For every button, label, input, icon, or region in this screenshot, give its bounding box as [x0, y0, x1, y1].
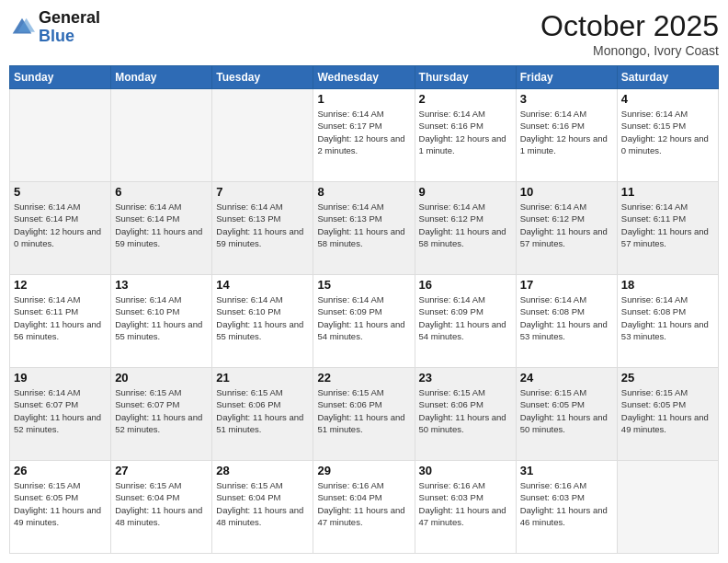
- calendar-cell: 25Sunrise: 6:15 AM Sunset: 6:05 PM Dayli…: [617, 368, 718, 461]
- calendar-cell: 23Sunrise: 6:15 AM Sunset: 6:06 PM Dayli…: [415, 368, 516, 461]
- day-number: 5: [14, 185, 107, 199]
- day-info: Sunrise: 6:15 AM Sunset: 6:07 PM Dayligh…: [115, 386, 208, 435]
- calendar-cell: [111, 89, 212, 182]
- calendar-cell: 1Sunrise: 6:14 AM Sunset: 6:17 PM Daylig…: [313, 89, 415, 182]
- calendar-cell: 11Sunrise: 6:14 AM Sunset: 6:11 PM Dayli…: [617, 182, 718, 275]
- calendar-cell: 13Sunrise: 6:14 AM Sunset: 6:10 PM Dayli…: [111, 275, 212, 368]
- calendar-cell: 28Sunrise: 6:15 AM Sunset: 6:04 PM Dayli…: [212, 461, 313, 554]
- calendar-header-thursday: Thursday: [415, 66, 516, 89]
- location-title: Monongo, Ivory Coast: [540, 43, 719, 58]
- logo-line2: Blue: [39, 28, 100, 46]
- calendar-header-wednesday: Wednesday: [313, 66, 415, 89]
- logo: General Blue: [9, 9, 100, 46]
- calendar-cell: 6Sunrise: 6:14 AM Sunset: 6:14 PM Daylig…: [111, 182, 212, 275]
- day-number: 2: [419, 92, 512, 106]
- day-info: Sunrise: 6:14 AM Sunset: 6:11 PM Dayligh…: [14, 293, 107, 342]
- calendar-week-3: 12Sunrise: 6:14 AM Sunset: 6:11 PM Dayli…: [10, 275, 719, 368]
- header: General Blue October 2025 Monongo, Ivory…: [9, 9, 719, 58]
- day-info: Sunrise: 6:14 AM Sunset: 6:14 PM Dayligh…: [14, 201, 107, 249]
- calendar-cell: 14Sunrise: 6:14 AM Sunset: 6:10 PM Dayli…: [212, 275, 313, 368]
- day-info: Sunrise: 6:14 AM Sunset: 6:17 PM Dayligh…: [317, 108, 410, 156]
- day-info: Sunrise: 6:14 AM Sunset: 6:14 PM Dayligh…: [115, 201, 208, 249]
- day-info: Sunrise: 6:14 AM Sunset: 6:10 PM Dayligh…: [115, 293, 208, 342]
- day-number: 22: [317, 371, 410, 385]
- logo-line1: General: [39, 9, 100, 28]
- calendar-week-4: 19Sunrise: 6:14 AM Sunset: 6:07 PM Dayli…: [10, 368, 719, 461]
- day-number: 29: [317, 464, 410, 477]
- day-info: Sunrise: 6:15 AM Sunset: 6:05 PM Dayligh…: [520, 386, 613, 435]
- day-number: 8: [317, 185, 410, 199]
- calendar-week-1: 1Sunrise: 6:14 AM Sunset: 6:17 PM Daylig…: [10, 89, 719, 182]
- day-info: Sunrise: 6:14 AM Sunset: 6:16 PM Dayligh…: [520, 108, 613, 156]
- day-number: 20: [115, 371, 208, 385]
- day-number: 23: [419, 371, 512, 385]
- calendar-week-2: 5Sunrise: 6:14 AM Sunset: 6:14 PM Daylig…: [10, 182, 719, 275]
- day-number: 14: [216, 278, 309, 292]
- day-info: Sunrise: 6:15 AM Sunset: 6:04 PM Dayligh…: [216, 479, 309, 528]
- calendar-cell: 3Sunrise: 6:14 AM Sunset: 6:16 PM Daylig…: [516, 89, 617, 182]
- day-number: 9: [419, 185, 512, 199]
- day-info: Sunrise: 6:16 AM Sunset: 6:03 PM Dayligh…: [520, 479, 613, 528]
- day-info: Sunrise: 6:15 AM Sunset: 6:06 PM Dayligh…: [419, 386, 512, 435]
- calendar-cell: 16Sunrise: 6:14 AM Sunset: 6:09 PM Dayli…: [415, 275, 516, 368]
- day-number: 17: [520, 278, 613, 292]
- day-info: Sunrise: 6:15 AM Sunset: 6:05 PM Dayligh…: [621, 386, 714, 435]
- calendar-header-tuesday: Tuesday: [212, 66, 313, 89]
- day-number: 4: [621, 92, 714, 106]
- calendar-cell: 30Sunrise: 6:16 AM Sunset: 6:03 PM Dayli…: [415, 461, 516, 554]
- day-info: Sunrise: 6:14 AM Sunset: 6:10 PM Dayligh…: [216, 293, 309, 342]
- day-number: 24: [520, 371, 613, 385]
- calendar-cell: 5Sunrise: 6:14 AM Sunset: 6:14 PM Daylig…: [10, 182, 111, 275]
- calendar-cell: 18Sunrise: 6:14 AM Sunset: 6:08 PM Dayli…: [617, 275, 718, 368]
- calendar-header-row: SundayMondayTuesdayWednesdayThursdayFrid…: [10, 66, 719, 89]
- day-info: Sunrise: 6:14 AM Sunset: 6:12 PM Dayligh…: [520, 201, 613, 249]
- calendar-header-saturday: Saturday: [617, 66, 718, 89]
- day-info: Sunrise: 6:14 AM Sunset: 6:11 PM Dayligh…: [621, 201, 714, 249]
- calendar-cell: [212, 89, 313, 182]
- logo-text: General Blue: [39, 9, 100, 46]
- calendar-week-5: 26Sunrise: 6:15 AM Sunset: 6:05 PM Dayli…: [10, 461, 719, 554]
- calendar-cell: 21Sunrise: 6:15 AM Sunset: 6:06 PM Dayli…: [212, 368, 313, 461]
- calendar-cell: 24Sunrise: 6:15 AM Sunset: 6:05 PM Dayli…: [516, 368, 617, 461]
- day-number: 7: [216, 185, 309, 199]
- day-number: 31: [520, 464, 613, 477]
- day-number: 12: [14, 278, 107, 292]
- day-info: Sunrise: 6:14 AM Sunset: 6:08 PM Dayligh…: [520, 293, 613, 342]
- day-info: Sunrise: 6:15 AM Sunset: 6:05 PM Dayligh…: [14, 479, 107, 528]
- day-info: Sunrise: 6:16 AM Sunset: 6:04 PM Dayligh…: [317, 479, 410, 528]
- day-number: 27: [115, 464, 208, 477]
- calendar-header-friday: Friday: [516, 66, 617, 89]
- calendar-cell: 15Sunrise: 6:14 AM Sunset: 6:09 PM Dayli…: [313, 275, 415, 368]
- day-info: Sunrise: 6:14 AM Sunset: 6:07 PM Dayligh…: [14, 386, 107, 435]
- calendar-cell: 29Sunrise: 6:16 AM Sunset: 6:04 PM Dayli…: [313, 461, 415, 554]
- day-info: Sunrise: 6:14 AM Sunset: 6:09 PM Dayligh…: [419, 293, 512, 342]
- day-number: 13: [115, 278, 208, 292]
- day-number: 21: [216, 371, 309, 385]
- day-number: 6: [115, 185, 208, 199]
- day-number: 10: [520, 185, 613, 199]
- day-info: Sunrise: 6:15 AM Sunset: 6:06 PM Dayligh…: [317, 386, 410, 435]
- day-info: Sunrise: 6:14 AM Sunset: 6:08 PM Dayligh…: [621, 293, 714, 342]
- calendar-cell: 12Sunrise: 6:14 AM Sunset: 6:11 PM Dayli…: [10, 275, 111, 368]
- month-title: October 2025: [540, 9, 719, 43]
- calendar-cell: 17Sunrise: 6:14 AM Sunset: 6:08 PM Dayli…: [516, 275, 617, 368]
- day-info: Sunrise: 6:15 AM Sunset: 6:06 PM Dayligh…: [216, 386, 309, 435]
- day-number: 18: [621, 278, 714, 292]
- calendar: SundayMondayTuesdayWednesdayThursdayFrid…: [9, 65, 719, 554]
- calendar-cell: 20Sunrise: 6:15 AM Sunset: 6:07 PM Dayli…: [111, 368, 212, 461]
- calendar-cell: [617, 461, 718, 554]
- title-block: October 2025 Monongo, Ivory Coast: [540, 9, 719, 58]
- day-info: Sunrise: 6:15 AM Sunset: 6:04 PM Dayligh…: [115, 479, 208, 528]
- day-info: Sunrise: 6:14 AM Sunset: 6:09 PM Dayligh…: [317, 293, 410, 342]
- calendar-header-monday: Monday: [111, 66, 212, 89]
- logo-icon: [9, 15, 35, 40]
- calendar-cell: 27Sunrise: 6:15 AM Sunset: 6:04 PM Dayli…: [111, 461, 212, 554]
- day-number: 19: [14, 371, 107, 385]
- day-info: Sunrise: 6:14 AM Sunset: 6:13 PM Dayligh…: [216, 201, 309, 249]
- day-number: 3: [520, 92, 613, 106]
- day-info: Sunrise: 6:14 AM Sunset: 6:13 PM Dayligh…: [317, 201, 410, 249]
- day-number: 1: [317, 92, 410, 106]
- calendar-cell: 31Sunrise: 6:16 AM Sunset: 6:03 PM Dayli…: [516, 461, 617, 554]
- page: General Blue October 2025 Monongo, Ivory…: [0, 0, 728, 563]
- calendar-cell: 8Sunrise: 6:14 AM Sunset: 6:13 PM Daylig…: [313, 182, 415, 275]
